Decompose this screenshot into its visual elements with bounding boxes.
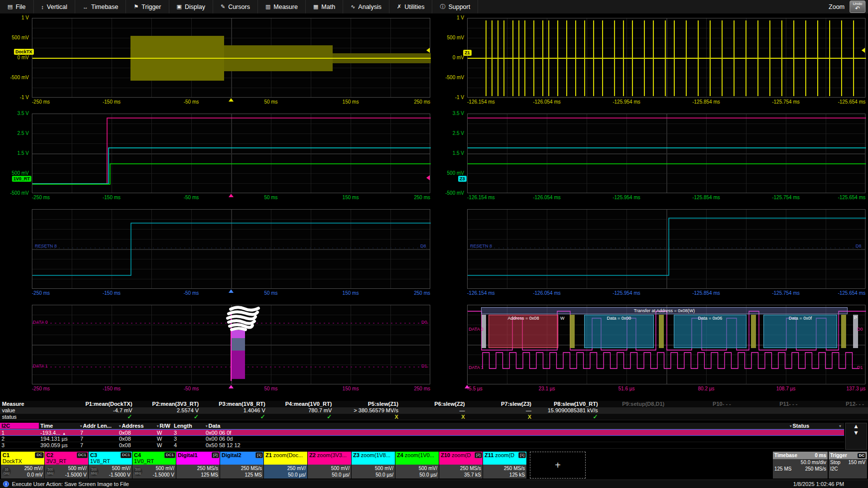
trace-settings[interactable]: 250 MS/s125 MS xyxy=(220,465,263,479)
i2c-column-header[interactable]: Length xyxy=(172,423,204,429)
measure-param-header[interactable]: P10- - - xyxy=(668,401,735,407)
trigger-box[interactable]: Trigger DC Stop 150 mV I2C xyxy=(829,452,867,479)
i2c-column-header[interactable]: Time xyxy=(39,423,79,429)
sort-arrow-icon[interactable]: ▾ xyxy=(80,424,82,428)
timebase-box[interactable]: Timebase 0 ms 50.0 ms/div 125 MS 250 MS/… xyxy=(773,452,828,479)
trigger-position-marker[interactable] xyxy=(229,289,234,293)
i2c-column-header[interactable]: ▾Data xyxy=(204,423,788,429)
i2c-column-header[interactable]: ▾Status▾ xyxy=(788,423,844,429)
trace-header[interactable]: C31V8_RTDC1 xyxy=(89,452,132,465)
trace-settings[interactable]: 250 mV/50.0 µs/ xyxy=(264,465,307,479)
trace-header[interactable]: Z4zoom(1V0... xyxy=(395,452,439,465)
grid-resetn-zoom[interactable] xyxy=(467,209,866,289)
trace-settings[interactable]: 250 MS/s125 kS xyxy=(483,465,526,479)
trace-header[interactable]: C1DockTXDC xyxy=(1,452,44,465)
i2c-table-row[interactable]: 3390.059 µs70x08W40x50 58 12 12 xyxy=(0,442,844,449)
sort-arrow-icon[interactable]: ▾ xyxy=(839,424,841,428)
sort-arrow-icon[interactable]: ▾ xyxy=(157,424,159,428)
i2c-table-row[interactable]: 2194.131 µs70x08W30x00 06 0d xyxy=(0,436,844,442)
scroll-down-icon[interactable]: ▼ xyxy=(846,430,867,436)
i2c-column-header[interactable]: ▾Address xyxy=(118,423,155,429)
trace-descriptor-c1[interactable]: C1DockTXDC250 mV/0.0 mV16GHz xyxy=(1,452,44,479)
channel-chip-1v0[interactable]: 1V0_RT xyxy=(12,176,31,182)
undo-button[interactable]: Undo ↶ xyxy=(850,0,866,13)
menu-item-math[interactable]: ▦Math xyxy=(306,0,343,13)
trace-header[interactable]: Z3zoom(1V8... xyxy=(352,452,395,465)
trace-descriptor-z1[interactable]: Z1zoom(Doc...250 mV/50.0 µs/ xyxy=(264,452,307,479)
trace-header[interactable]: Z11zoom(D[1] xyxy=(483,452,526,465)
channel-chip-z1[interactable]: Z1 xyxy=(463,50,472,56)
menu-item-measure[interactable]: ▥Measure xyxy=(258,0,306,13)
measure-param-header[interactable]: P11- - - xyxy=(735,401,802,407)
sort-arrow-icon[interactable]: ▾ xyxy=(119,424,121,428)
menu-item-cursors[interactable]: ✎Cursors xyxy=(213,0,258,13)
trace-settings[interactable]: 500 mV/-1.5000 V500MHz xyxy=(89,465,132,479)
channel-chip-docktx[interactable]: DockTX xyxy=(14,49,34,55)
menu-item-analysis[interactable]: ∿Analysis xyxy=(343,0,389,13)
measure-param-header[interactable]: P5:slew(Z1) xyxy=(336,401,402,407)
trigger-level-marker[interactable] xyxy=(426,175,430,180)
trace-settings[interactable]: 500 mV/-1.5000 V500MHz xyxy=(45,465,88,479)
measure-param-header[interactable]: P12- - - xyxy=(801,401,868,407)
trace-settings[interactable]: 500 mV/-1.5000 V500MHz xyxy=(132,465,176,479)
trace-header[interactable]: Z10zoom(D[2] xyxy=(439,452,483,465)
measure-param-header[interactable]: P9:setup(D8,D1) xyxy=(602,401,669,407)
measure-param-header[interactable]: P3:mean(1V8_RT) xyxy=(203,401,269,407)
trace-descriptor-digital2[interactable]: Digital2[1]250 MS/s125 MS xyxy=(220,452,263,479)
measure-param-header[interactable]: P6:slew(Z2) xyxy=(402,401,469,407)
i2c-column-header[interactable]: ▾R/W xyxy=(155,423,172,429)
sort-arrow-icon[interactable]: ▾ xyxy=(206,424,208,428)
i2c-column-header[interactable]: ▾Addr Len... xyxy=(79,423,118,429)
trace-settings[interactable]: 500 mV/50.0 µs/ xyxy=(395,465,439,479)
trigger-position-marker[interactable] xyxy=(229,385,234,388)
trace-header[interactable]: Z1zoom(Doc... xyxy=(264,452,307,465)
trace-settings[interactable]: 250 MS/s125 MS xyxy=(176,465,220,479)
trace-header[interactable]: C23V3_RTDC1 xyxy=(45,452,88,465)
trace-descriptor-c2[interactable]: C23V3_RTDC1500 mV/-1.5000 V500MHz xyxy=(45,452,88,479)
trace-descriptor-z10[interactable]: Z10zoom(D[2]250 MS/s35.7 kS xyxy=(439,452,483,479)
grid-i2c-decode[interactable]: Transfer at Address = 0x08(W) Address = … xyxy=(467,305,866,384)
i2c-table-row[interactable]: 1-193.4...▲70x08W30x00 06 0f xyxy=(0,429,844,436)
trigger-position-marker[interactable] xyxy=(229,98,234,102)
measure-param-header[interactable]: P7:slew(Z3) xyxy=(469,401,535,407)
trace-descriptor-digital1[interactable]: Digital1[2]250 MS/s125 MS xyxy=(176,452,220,479)
trace-settings[interactable]: 500 mV/50.0 µs/ xyxy=(308,465,351,479)
trace-settings[interactable]: 500 mV/50.0 µs/ xyxy=(352,465,395,479)
trace-header[interactable]: Z2zoom(3V3... xyxy=(308,452,351,465)
measure-param-header[interactable]: P1:mean(DockTX) xyxy=(70,401,136,407)
menu-item-file[interactable]: ▤File xyxy=(0,0,34,13)
trace-descriptor-z4[interactable]: Z4zoom(1V0...500 mV/50.0 µs/ xyxy=(395,452,439,479)
menu-item-trigger[interactable]: ⚑Trigger xyxy=(126,0,169,13)
channel-chip-z3[interactable]: Z3 xyxy=(458,176,467,182)
trigger-position-marker[interactable] xyxy=(465,385,470,388)
measure-param-header[interactable]: P8:slew(1V0_RT) xyxy=(535,401,602,407)
menu-item-timebase[interactable]: ↔Timebase xyxy=(75,0,126,13)
trace-descriptor-z3[interactable]: Z3zoom(1V8...500 mV/50.0 µs/ xyxy=(352,452,395,479)
menu-item-support[interactable]: ⓘSupport xyxy=(432,0,478,13)
trace-header[interactable]: Digital1[2] xyxy=(176,452,220,465)
trigger-position-marker[interactable] xyxy=(229,194,234,197)
trace-settings[interactable]: 250 MS/s35.7 kS xyxy=(439,465,483,479)
grid-z1[interactable] xyxy=(467,18,866,98)
trigger-level-marker[interactable] xyxy=(862,48,865,53)
trace-header[interactable]: C41V0_RTDC1 xyxy=(132,452,176,465)
trace-header[interactable]: Digital2[1] xyxy=(220,452,263,465)
grid-resetn[interactable] xyxy=(32,209,430,289)
menu-item-display[interactable]: ▣Display xyxy=(169,0,213,13)
measure-param-header[interactable]: P4:mean(1V0_RT) xyxy=(269,401,336,407)
grid-rails[interactable] xyxy=(32,114,430,193)
trace-descriptor-z2[interactable]: Z2zoom(3V3...500 mV/50.0 µs/ xyxy=(308,452,351,479)
menu-item-utilities[interactable]: ✗Utilities xyxy=(389,0,433,13)
menu-item-vertical[interactable]: ↕Vertical xyxy=(34,0,76,13)
i2c-table-scrollbar[interactable]: ▲ ▼ xyxy=(845,423,867,450)
trace-descriptor-c4[interactable]: C41V0_RTDC1500 mV/-1.5000 V500MHz xyxy=(132,452,176,479)
i2c-bus-label[interactable]: I2C xyxy=(0,423,39,429)
grid-rails-zoom[interactable] xyxy=(467,114,866,193)
sort-arrow-icon[interactable]: ▾ xyxy=(790,424,792,428)
add-trace-button[interactable]: + xyxy=(530,452,586,479)
trace-descriptor-c3[interactable]: C31V8_RTDC1500 mV/-1.5000 V500MHz xyxy=(89,452,132,479)
trigger-level-marker[interactable] xyxy=(426,48,430,53)
grid-docktx[interactable] xyxy=(32,18,430,98)
measure-param-header[interactable]: P2:mean(3V3_RT) xyxy=(136,401,203,407)
grid-digital[interactable] xyxy=(32,305,430,384)
